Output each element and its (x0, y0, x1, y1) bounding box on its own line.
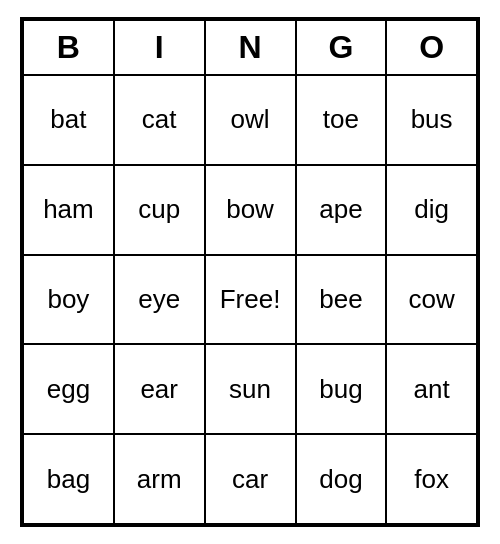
table-cell: bag (23, 434, 114, 524)
table-cell: dig (386, 165, 477, 255)
table-cell: toe (296, 75, 387, 165)
table-cell: cat (114, 75, 205, 165)
table-cell: dog (296, 434, 387, 524)
table-cell: eye (114, 255, 205, 345)
table-row: hamcupbowapedig (23, 165, 477, 255)
bingo-table: B I N G O batcatowltoebushamcupbowapedig… (22, 19, 478, 525)
table-cell: egg (23, 344, 114, 434)
table-cell: bug (296, 344, 387, 434)
bingo-card: B I N G O batcatowltoebushamcupbowapedig… (20, 17, 480, 527)
table-cell: ape (296, 165, 387, 255)
table-row: bagarmcardogfox (23, 434, 477, 524)
table-row: batcatowltoebus (23, 75, 477, 165)
table-row: eggearsunbugant (23, 344, 477, 434)
table-cell: ant (386, 344, 477, 434)
table-cell: bus (386, 75, 477, 165)
table-cell: owl (205, 75, 296, 165)
table-cell: boy (23, 255, 114, 345)
table-cell: ear (114, 344, 205, 434)
table-cell: sun (205, 344, 296, 434)
header-o: O (386, 20, 477, 75)
header-b: B (23, 20, 114, 75)
table-cell: Free! (205, 255, 296, 345)
table-cell: cup (114, 165, 205, 255)
table-cell: ham (23, 165, 114, 255)
table-cell: cow (386, 255, 477, 345)
table-cell: fox (386, 434, 477, 524)
table-cell: bow (205, 165, 296, 255)
header-i: I (114, 20, 205, 75)
table-cell: arm (114, 434, 205, 524)
table-cell: bat (23, 75, 114, 165)
table-row: boyeyeFree!beecow (23, 255, 477, 345)
table-cell: bee (296, 255, 387, 345)
header-n: N (205, 20, 296, 75)
table-cell: car (205, 434, 296, 524)
header-g: G (296, 20, 387, 75)
header-row: B I N G O (23, 20, 477, 75)
